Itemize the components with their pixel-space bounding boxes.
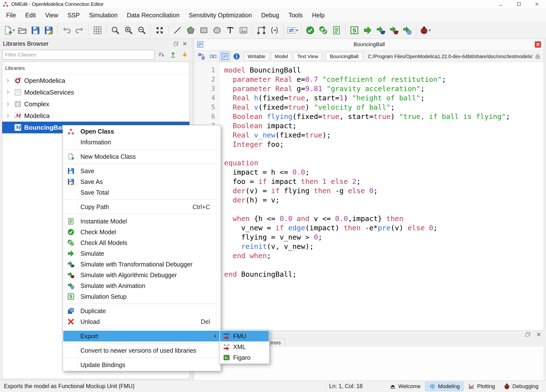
zoom-in-button[interactable] bbox=[122, 24, 135, 37]
library-item-openmodelica[interactable]: OpenModelica bbox=[2, 75, 189, 86]
check-model-button[interactable] bbox=[304, 24, 317, 37]
menu-debug[interactable]: Debug bbox=[257, 10, 284, 21]
menu-sensitivity-optimization[interactable]: Sensitivity Optimization bbox=[184, 10, 256, 21]
close-messages-button[interactable] bbox=[534, 330, 543, 338]
context-menu-item-open-class[interactable]: Open Class bbox=[63, 126, 220, 137]
plotting-icon bbox=[468, 383, 475, 390]
line-tool-button[interactable] bbox=[171, 24, 184, 37]
expand-chevron-icon[interactable] bbox=[4, 77, 11, 84]
export-submenu-item-fmu[interactable]: FMUFMU bbox=[220, 331, 269, 341]
text-tool-button[interactable] bbox=[224, 24, 237, 37]
expand-chevron-icon[interactable] bbox=[4, 113, 11, 119]
new-modelica-class-button[interactable]: ▾ bbox=[2, 24, 16, 37]
expand-chevron-icon[interactable] bbox=[4, 101, 11, 107]
move-between-views-button[interactable]: ▾ bbox=[286, 24, 299, 37]
zoom-out-button[interactable] bbox=[135, 24, 148, 37]
library-item-complex[interactable]: CComplex bbox=[2, 98, 189, 110]
context-menu-item-convert-to-newer-versions-of-used-libraries[interactable]: Convert to newer versions of used librar… bbox=[63, 345, 220, 356]
simulate-animation-button[interactable] bbox=[401, 24, 414, 37]
menu-help[interactable]: Help bbox=[307, 10, 329, 21]
perspective-modeling[interactable]: Modeling bbox=[425, 382, 463, 391]
close-button[interactable] bbox=[528, 0, 546, 8]
simulate-transformational-button[interactable] bbox=[374, 24, 387, 37]
context-menu-item-check-model[interactable]: Check Model bbox=[63, 227, 220, 237]
fit-to-diagram-button[interactable] bbox=[153, 24, 166, 37]
context-menu-item-instantiate-model[interactable]: Instantiate Model bbox=[63, 216, 220, 227]
perspective-plotting[interactable]: Plotting bbox=[464, 382, 499, 391]
text-view-button[interactable] bbox=[219, 51, 230, 62]
context-menu-item-information[interactable]: Information bbox=[63, 137, 220, 148]
instantiate-model-button[interactable] bbox=[330, 24, 343, 37]
minimize-button[interactable] bbox=[492, 0, 510, 8]
transition-mode-button[interactable] bbox=[268, 24, 281, 37]
simulate-button[interactable] bbox=[361, 24, 374, 37]
context-menu-item-update-bindings[interactable]: Update Bindings bbox=[63, 360, 220, 370]
context-menu-item-save-total[interactable]: Save Total bbox=[63, 187, 220, 198]
collapse-all-button[interactable] bbox=[168, 50, 178, 60]
expand-all-button[interactable] bbox=[180, 50, 190, 60]
open-model-button[interactable] bbox=[16, 24, 29, 37]
maximize-button[interactable] bbox=[510, 0, 528, 8]
float-panel-button[interactable] bbox=[172, 40, 180, 48]
menu-view[interactable]: View bbox=[40, 10, 63, 21]
context-menu-item-save-as[interactable]: Save As bbox=[63, 176, 220, 187]
code-editor[interactable]: 1234567891011121314151617181920212223 mo… bbox=[194, 63, 544, 330]
library-item-modelica[interactable]: MModelica bbox=[2, 110, 189, 122]
context-menu-item-simulate-with-animation[interactable]: Simulate with Animation bbox=[63, 280, 220, 291]
close-panel-button[interactable] bbox=[180, 40, 189, 48]
float-messages-button[interactable] bbox=[524, 330, 532, 338]
debug-button[interactable]: ▾ bbox=[418, 24, 432, 37]
save-button[interactable] bbox=[29, 24, 42, 37]
check-all-models-button[interactable] bbox=[317, 24, 330, 37]
connect-mode-button[interactable] bbox=[255, 24, 268, 37]
filter-classes-input[interactable] bbox=[2, 50, 154, 60]
rectangle-tool-button[interactable] bbox=[197, 24, 210, 37]
context-menu-item-unload[interactable]: UnloadDel bbox=[63, 316, 220, 327]
context-menu-item-copy-path[interactable]: Copy PathCtrl+C bbox=[63, 201, 220, 212]
document-tab[interactable]: BouncingBall bbox=[325, 52, 363, 61]
polygon-tool-button[interactable] bbox=[184, 24, 197, 37]
reset-zoom-button[interactable] bbox=[109, 24, 122, 37]
export-submenu-item-figaro[interactable]: Figaro bbox=[220, 352, 269, 363]
save-as-button[interactable] bbox=[42, 24, 55, 37]
bitmap-tool-button[interactable] bbox=[237, 24, 250, 37]
menu-simulation[interactable]: Simulation bbox=[84, 10, 122, 21]
dropdown-caret-icon[interactable]: ▾ bbox=[429, 28, 431, 32]
filter-options-button[interactable] bbox=[156, 50, 166, 60]
simulate-algorithmic-button[interactable] bbox=[387, 24, 401, 37]
context-menu-item-simulate-with-algorithmic-debugger[interactable]: Simulate with Algorithmic Debugger bbox=[63, 270, 220, 280]
show-grid-button[interactable] bbox=[91, 24, 104, 37]
library-item-modelicaservices[interactable]: ModelicaServices bbox=[2, 86, 189, 98]
lock-icon bbox=[535, 53, 541, 60]
menu-ssp[interactable]: SSP bbox=[63, 10, 84, 21]
documentation-view-button[interactable] bbox=[231, 51, 242, 62]
redo-button[interactable] bbox=[73, 24, 86, 37]
close-document-button[interactable] bbox=[535, 41, 541, 48]
code-line: der(v) = if flying then -g else 0; bbox=[224, 186, 510, 195]
context-menu-item-simulation-setup[interactable]: SSimulation Setup bbox=[63, 291, 220, 302]
context-menu-item-export[interactable]: Export bbox=[63, 331, 220, 341]
icon-view-button[interactable] bbox=[196, 51, 207, 62]
perspective-welcome[interactable]: Welcome bbox=[386, 382, 424, 391]
diagram-view-button[interactable] bbox=[208, 51, 218, 62]
export-submenu-item-xml[interactable]: <..>XML bbox=[220, 341, 269, 352]
ellipse-tool-button[interactable] bbox=[210, 24, 224, 37]
context-menu-item-new-modelica-class[interactable]: New Modelica Class bbox=[63, 151, 220, 162]
simulation-setup-button[interactable]: S bbox=[348, 24, 361, 37]
expand-chevron-icon[interactable] bbox=[4, 89, 11, 95]
menu-file[interactable]: File bbox=[1, 10, 21, 21]
view-switcher bbox=[196, 51, 242, 62]
context-menu-item-simulate[interactable]: Simulate bbox=[63, 248, 220, 259]
context-menu-item-save[interactable]: Save bbox=[63, 166, 220, 176]
perspective-debugging[interactable]: Debugging bbox=[500, 382, 542, 391]
writable-button[interactable]: Writable bbox=[244, 52, 269, 61]
menu-edit[interactable]: Edit bbox=[21, 10, 40, 21]
dropdown-caret-icon[interactable]: ▾ bbox=[13, 28, 15, 32]
context-menu-item-check-all-models[interactable]: Check All Models bbox=[63, 237, 220, 248]
menu-data-reconciliation[interactable]: Data Reconciliation bbox=[122, 10, 184, 21]
undo-button[interactable] bbox=[60, 24, 73, 37]
context-menu-item-duplicate[interactable]: Duplicate bbox=[63, 306, 220, 316]
dropdown-caret-icon[interactable]: ▾ bbox=[296, 28, 298, 32]
menu-tools[interactable]: Tools bbox=[284, 10, 307, 21]
context-menu-item-simulate-with-transformational-debugger[interactable]: Simulate with Transformational Debugger bbox=[63, 259, 220, 270]
